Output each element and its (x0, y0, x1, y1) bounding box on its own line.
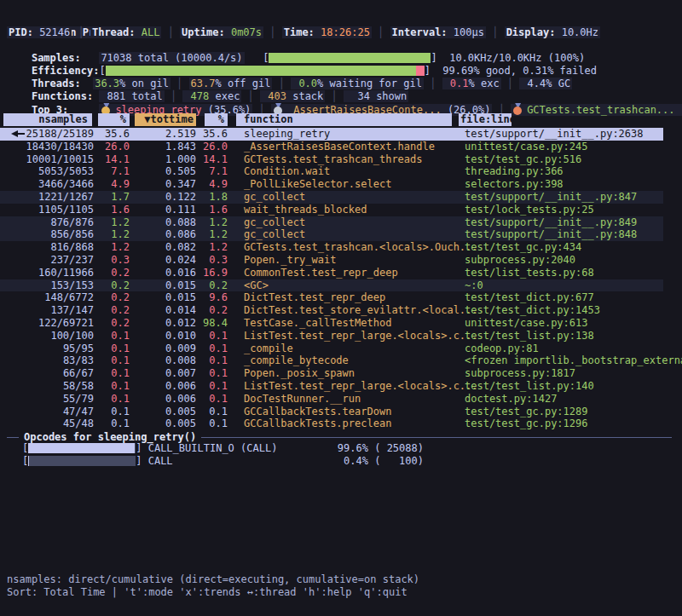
file-line-cell: test/support/__init__.py:849 (465, 216, 637, 229)
direct-pct-cell: 0.1 (111, 417, 130, 430)
file-line-cell: test/test_gc.py:516 (465, 153, 581, 166)
function-cell: _compile (244, 343, 293, 355)
selected-row-marker-icon (4, 128, 25, 141)
table-row[interactable]: 137/1470.20.0140.2DictTest.test_store_ev… (0, 304, 682, 317)
status-value: 10.0Hz (562, 26, 598, 38)
cumulative-pct-cell: 0.1 (209, 380, 228, 393)
direct-pct-cell: 14.1 (105, 153, 130, 166)
table-row[interactable]: 83/830.10.0080.1_compile_bytecode<frozen… (0, 354, 682, 367)
status-bar: PID: 52146 │ Thread: ALL │ Uptime: 0m07s… (7, 26, 679, 39)
opcode-bar-open-bracket: [ (22, 442, 28, 454)
function-table: 25188/2518935.62.51935.6sleeping_retryte… (0, 128, 682, 430)
opcode-bar-fill (28, 443, 135, 453)
function-cell: Popen._try_wait (244, 254, 336, 267)
opcode-stat: 99.6% ( 25088) (303, 442, 424, 455)
cumulative-pct-cell: 0.2 (209, 304, 228, 317)
cumulative-pct-cell: 0.2 (209, 279, 228, 292)
nsamples-cell: 83/83 (63, 354, 94, 367)
table-row[interactable]: 153/1530.20.0150.2<GC>~:0 (0, 279, 682, 292)
tottime-cell: 0.347 (165, 178, 196, 191)
header-file-line[interactable]: file:line (459, 113, 512, 126)
threads-line: Threads: 36.3% on gil │ 63.7% off gil │ … (7, 65, 679, 78)
table-row[interactable]: 18430/1843026.01.84326.0_AssertRaisesBas… (0, 141, 682, 153)
header-function[interactable]: function (236, 113, 452, 126)
function-cell: gc_collect (244, 191, 305, 204)
opcode-bar-open-bracket: [ (22, 455, 28, 467)
tottime-cell: 0.006 (165, 380, 196, 393)
direct-pct-cell: 4.9 (111, 178, 130, 191)
header-tottime-sorted[interactable]: ▼tottime (135, 113, 196, 126)
opcode-bar (28, 443, 136, 453)
status-separator: │ (161, 26, 180, 38)
status-value: 18:26:25 (321, 26, 370, 38)
table-row[interactable]: 66/670.10.0070.1Popen._posix_spawnsubpro… (0, 367, 682, 380)
file-line-cell: test/test_list.py:140 (465, 380, 594, 393)
function-cell: _compile_bytecode (244, 354, 349, 367)
direct-pct-cell: 0.2 (111, 279, 130, 292)
function-cell: GCTests.test_trashcan_threads (244, 153, 423, 166)
file-line-cell: test/test_dict.py:1453 (465, 304, 600, 317)
table-row[interactable]: 856/8561.20.0861.2gc_collecttest/support… (0, 228, 682, 241)
table-row[interactable]: 1221/12671.70.1221.8gc_collecttest/suppo… (0, 191, 682, 204)
table-row[interactable]: 58/580.10.0060.1ListTest.test_repr_large… (0, 380, 682, 393)
tottime-cell: 0.005 (165, 417, 196, 430)
opcode-row: [] CALL0.4% ( 100) (0, 455, 682, 468)
header-direct-pct[interactable]: % (98, 113, 130, 126)
opcode-bar-fill (28, 456, 29, 466)
table-row[interactable]: 237/2370.30.0240.3Popen._try_waitsubproc… (0, 254, 682, 267)
header-cumulative-pct[interactable]: % (205, 113, 228, 126)
status-label: Display: (506, 26, 562, 38)
table-row[interactable]: 10001/1001514.11.00014.1GCTests.test_tra… (0, 153, 682, 166)
table-row[interactable]: 95/950.10.0090.1_compilecodeop.py:81 (0, 343, 682, 355)
direct-pct-cell: 1.7 (111, 191, 130, 204)
cumulative-pct-cell: 16.9 (203, 267, 228, 279)
file-line-cell: unittest/case.py:245 (465, 141, 588, 153)
function-cell: _PollLikeSelector.select (244, 178, 391, 191)
table-row[interactable]: 3466/34664.90.3474.9_PollLikeSelector.se… (0, 178, 682, 191)
table-row[interactable]: 47/470.10.0050.1GCCallbackTests.tearDown… (0, 406, 682, 418)
status-item-thread: Thread: ALL (90, 26, 161, 38)
function-cell: Condition.wait (244, 165, 330, 178)
file-line-cell: test/test_dict.py:677 (465, 291, 594, 304)
file-line-cell: test/support/__init__.py:2638 (465, 128, 644, 141)
table-row[interactable]: 816/8681.20.0821.2GCTests.test_trashcan.… (0, 241, 682, 254)
cumulative-pct-cell: 0.1 (209, 343, 228, 355)
header-nsamples[interactable]: nsamples (3, 113, 92, 126)
function-cell: TestCase._callTestMethod (244, 317, 391, 330)
file-line-cell: test/support/__init__.py:848 (465, 228, 637, 241)
function-cell: DocTestRunner.__run (244, 393, 361, 406)
tottime-cell: 0.006 (165, 393, 196, 406)
table-row[interactable]: 1105/11051.60.1111.6wait_threads_blocked… (0, 204, 682, 216)
function-cell: ListTest.test_repr_large.<locals>.c... (244, 380, 478, 393)
opcode-bar-close-bracket: ] (136, 442, 147, 454)
table-row[interactable]: 55/790.10.0060.1DocTestRunner.__rundocte… (0, 393, 682, 406)
opcode-name: CALL_BUILTIN_O (CALL) (148, 442, 278, 454)
nsamples-cell: 237/237 (50, 254, 94, 267)
direct-pct-cell: 0.2 (111, 304, 130, 317)
opcode-row: [] CALL_BUILTIN_O (CALL)99.6% ( 25088) (0, 442, 682, 455)
status-separator: │ (263, 26, 282, 38)
table-row[interactable]: 122/697210.20.01298.4TestCase._callTestM… (0, 317, 682, 330)
cumulative-pct-cell: 0.1 (209, 367, 228, 380)
status-value: ALL (142, 26, 160, 38)
tottime-cell: 0.012 (165, 317, 196, 330)
table-row[interactable]: 5053/50537.10.5057.1Condition.waitthread… (0, 165, 682, 178)
table-row[interactable]: 876/8761.20.0881.2gc_collecttest/support… (0, 216, 682, 229)
function-cell: ListTest.test_repr_large.<locals>.c... (244, 330, 478, 343)
table-row[interactable]: 148/67720.20.0159.6DictTest.test_repr_de… (0, 291, 682, 304)
status-item-time: Time: 18:26:25 (282, 26, 372, 38)
tottime-cell: 0.014 (165, 304, 196, 317)
tottime-cell: 0.088 (165, 216, 196, 229)
status-label: Time: (284, 26, 321, 38)
nsamples-cell: 160/11966 (38, 267, 94, 279)
table-row[interactable]: 45/480.10.0050.1GCCallbackTests.preclean… (0, 417, 682, 430)
table-row-selected[interactable]: 25188/2518935.62.51935.6sleeping_retryte… (0, 128, 682, 141)
table-row[interactable]: 100/1000.10.0100.1ListTest.test_repr_lar… (0, 330, 682, 343)
tottime-cell: 0.122 (165, 191, 196, 204)
nsamples-cell: 876/876 (50, 216, 94, 229)
tottime-cell: 0.505 (165, 165, 196, 178)
tottime-cell: 1.843 (165, 141, 196, 153)
table-row[interactable]: 160/119660.20.01616.9CommonTest.test_rep… (0, 267, 682, 279)
table-header: nsamples % ▼tottime % function file:line (0, 113, 682, 126)
direct-pct-cell: 0.1 (111, 343, 130, 355)
